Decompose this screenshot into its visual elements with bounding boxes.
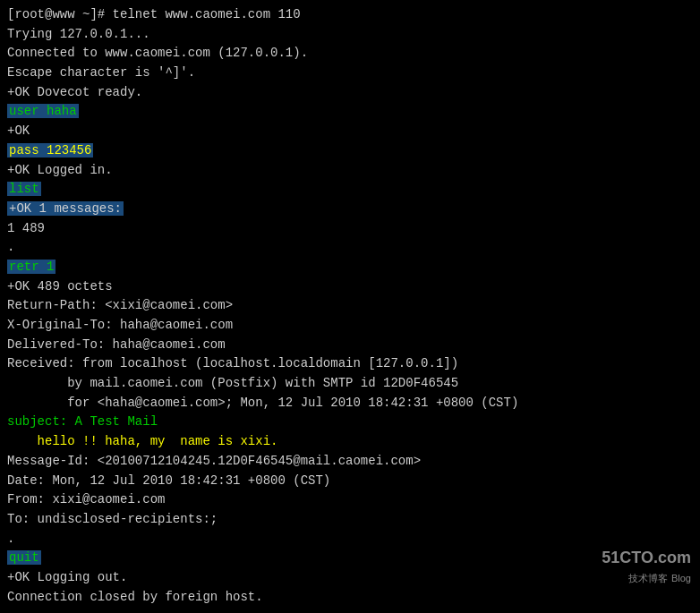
watermark-sub: 技术博客 (628, 571, 668, 586)
from-line: From: xixi@caomei.com (7, 490, 693, 510)
list-cmd-text: list (7, 182, 41, 196)
watermark: 51CTO.com 技术博客 Blog (602, 546, 691, 586)
received2-line: by mail.caomei.com (Postfix) with SMTP i… (7, 374, 693, 394)
connection-closed-line: Connection closed by foreign host. (7, 588, 693, 608)
cmd-line: [root@www ~]# telnet www.caomei.com 110 (7, 5, 693, 25)
quit-cmd-line: quit (7, 549, 693, 568)
return-path-line: Return-Path: <xixi@caomei.com> (7, 296, 693, 316)
retr-cmd-line: retr 1 (7, 258, 693, 277)
received3-line: for <haha@caomei.com>; Mon, 12 Jul 2010 … (7, 394, 693, 413)
ok-logout-line: +OK Logging out. (7, 568, 693, 588)
dot2-line: . (7, 530, 693, 549)
delivered-line: Delivered-To: haha@caomei.com (7, 336, 693, 355)
user-cmd-text: user haha (7, 104, 79, 118)
list-cmd-line: list (7, 180, 693, 200)
to-line: To: undisclosed-recipients:; (7, 510, 693, 530)
escape-line: Escape character is '^]'. (7, 64, 693, 83)
retr-cmd-text: retr 1 (7, 260, 55, 274)
watermark-blog: Blog (671, 571, 691, 586)
message-id-line: Message-Id: <20100712104245.12D0F46545@m… (7, 452, 693, 472)
pass-cmd-text: pass 123456 (7, 143, 93, 158)
x-original-line: X-Original-To: haha@caomei.com (7, 316, 693, 336)
dot1-line: . (7, 238, 693, 258)
terminal-window: [root@www ~]# telnet www.caomei.com 110 … (0, 0, 700, 613)
quit-cmd-text: quit (7, 550, 41, 565)
received1-line: Received: from localhost (localhost.loca… (7, 354, 693, 374)
pass-cmd-line: pass 123456 (7, 141, 693, 161)
subject-line: subject: A Test Mail (7, 413, 693, 432)
connected-line: Connected to www.caomei.com (127.0.0.1). (7, 44, 693, 64)
ok-logged-line: +OK Logged in. (7, 161, 693, 181)
watermark-brand: 51CTO.com (602, 546, 691, 571)
ok-dovecot-line: +OK Dovecot ready. (7, 83, 693, 103)
ok-messages-line: +OK 1 messages: (7, 200, 693, 219)
trying-line: Trying 127.0.0.1... (7, 25, 693, 45)
ok-octets-line: +OK 489 octets (7, 277, 693, 297)
date-line: Date: Mon, 12 Jul 2010 18:42:31 +0800 (C… (7, 472, 693, 491)
msg-count-line: 1 489 (7, 219, 693, 239)
ok1-line: +OK (7, 122, 693, 141)
hello-line: hello !! haha, my name is xixi. (7, 432, 693, 452)
user-cmd-line: user haha (7, 102, 693, 122)
ok-messages-text: +OK 1 messages: (7, 201, 124, 216)
